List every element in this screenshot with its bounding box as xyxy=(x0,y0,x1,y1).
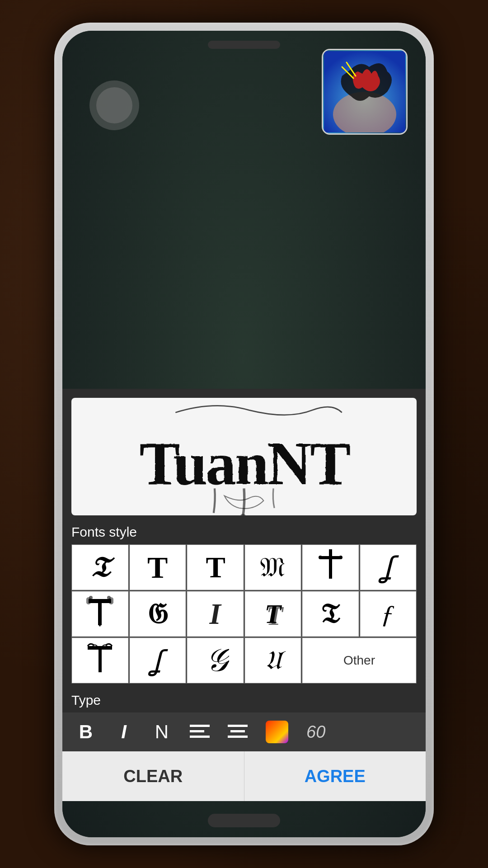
font-cell-7[interactable] xyxy=(72,591,128,637)
agree-button[interactable]: AGREE xyxy=(244,751,426,801)
phone-device: TuanNT Fonts style 𝔗 T xyxy=(54,23,434,845)
avatar-inner xyxy=(96,87,132,123)
svg-point-15 xyxy=(107,596,111,599)
svg-point-14 xyxy=(89,596,93,599)
svg-text:TuanNT: TuanNT xyxy=(139,429,350,497)
svg-rect-21 xyxy=(190,736,210,738)
bottom-buttons: CLEAR AGREE xyxy=(62,751,426,801)
svg-rect-19 xyxy=(190,725,210,727)
tattoo-art-svg xyxy=(324,51,405,132)
font-size-value[interactable]: 60 xyxy=(306,722,325,742)
font-grid: 𝔗 T T 𝔐 xyxy=(71,544,417,684)
avatar xyxy=(89,80,139,130)
normal-button[interactable]: N xyxy=(152,721,172,743)
font-cell-14[interactable]: ʆ xyxy=(130,638,186,683)
font-cell-4[interactable]: 𝔐 xyxy=(245,545,301,590)
font-cell-16[interactable]: 𝔘 xyxy=(245,638,301,683)
font-cell-10[interactable]: T xyxy=(245,591,301,637)
font-cell-6[interactable]: ʆ xyxy=(360,545,417,590)
svg-rect-22 xyxy=(228,725,248,727)
svg-rect-24 xyxy=(228,736,248,738)
svg-rect-16 xyxy=(99,646,102,672)
phone-speaker xyxy=(208,41,280,49)
svg-rect-23 xyxy=(230,730,245,732)
svg-text:𝒢: 𝒢 xyxy=(204,643,229,674)
tattoo-thumb-image xyxy=(323,50,406,133)
phone-screen: TuanNT Fonts style 𝔗 T xyxy=(62,31,426,837)
italic-button[interactable]: I xyxy=(114,721,134,743)
font-cell-5[interactable] xyxy=(302,545,359,590)
tattoo-text-svg: TuanNT xyxy=(71,398,417,515)
svg-rect-6 xyxy=(329,549,332,579)
align-center-button[interactable] xyxy=(228,723,248,741)
bold-button[interactable]: B xyxy=(76,721,96,743)
main-panel: TuanNT Fonts style 𝔗 T xyxy=(62,389,426,801)
svg-rect-11 xyxy=(89,599,111,603)
text-preview: TuanNT xyxy=(71,398,417,515)
font-cell-11[interactable]: 𝔗 xyxy=(302,591,359,637)
svg-rect-20 xyxy=(190,730,204,732)
font-cell-other[interactable]: Other xyxy=(302,638,416,683)
phone-home-button[interactable] xyxy=(208,814,280,827)
svg-point-5 xyxy=(240,514,245,515)
svg-point-9 xyxy=(339,556,343,559)
type-label: Type xyxy=(62,684,426,712)
svg-rect-7 xyxy=(320,556,341,559)
font-cell-12[interactable]: ƒ xyxy=(360,591,417,637)
align-left-button[interactable] xyxy=(190,723,210,741)
font-cell-15[interactable]: 𝒢 xyxy=(187,638,244,683)
fonts-style-label: Fonts style xyxy=(62,515,426,544)
tattoo-thumbnail[interactable] xyxy=(322,49,408,135)
font-cell-1[interactable]: 𝔗 xyxy=(72,545,128,590)
svg-point-8 xyxy=(319,556,322,559)
color-picker[interactable] xyxy=(266,721,288,743)
clear-button[interactable]: CLEAR xyxy=(62,751,244,801)
font-cell-3[interactable]: T xyxy=(187,545,244,590)
svg-rect-17 xyxy=(88,646,112,650)
font-cell-13[interactable] xyxy=(72,638,128,683)
font-cell-9[interactable]: I xyxy=(187,591,244,637)
type-toolbar: B I N 60 xyxy=(62,712,426,751)
font-cell-2[interactable]: T xyxy=(130,545,186,590)
font-cell-8[interactable]: 𝔊 xyxy=(130,591,186,637)
other-label: Other xyxy=(343,653,375,668)
